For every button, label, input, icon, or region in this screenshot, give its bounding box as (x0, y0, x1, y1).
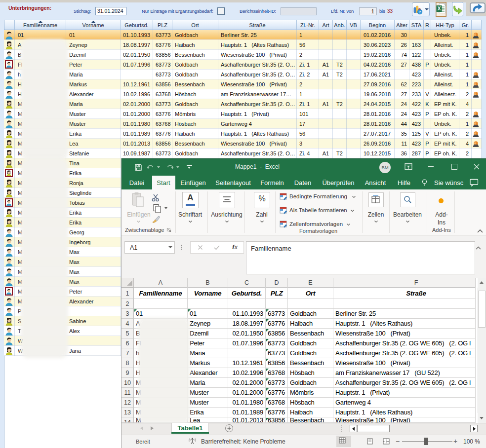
svg-text:?: ? (419, 10, 421, 14)
svg-text:X: X (438, 6, 441, 11)
